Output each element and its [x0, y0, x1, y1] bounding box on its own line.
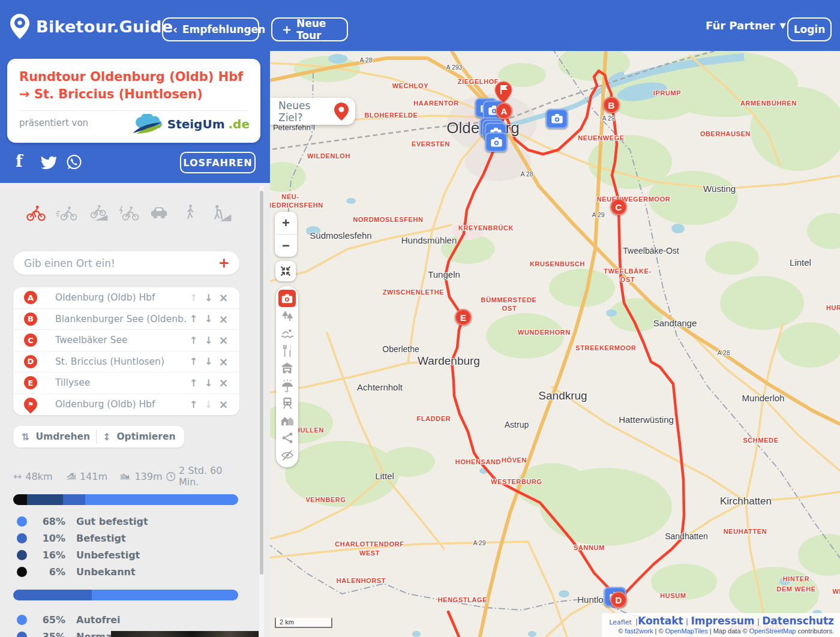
waypoint-label: Blankenburger See (Oldenb… — [55, 314, 186, 324]
hike-icon — [210, 204, 232, 222]
move-up-icon[interactable]: ↑ — [186, 399, 201, 410]
map-label-nordmoslesfehn: NORDMOSLESFEHN — [353, 216, 423, 223]
surface-bar — [13, 494, 238, 505]
map-label-ost: OST — [620, 276, 635, 283]
reverse-button[interactable]: Umdrehen — [35, 431, 90, 442]
bar-segment — [85, 494, 238, 505]
remove-waypoint-icon[interactable]: × — [216, 398, 231, 411]
poi-filter-restaurant[interactable] — [276, 342, 298, 359]
move-down-icon[interactable]: ↓ — [201, 377, 216, 389]
mode-fahrrad-active[interactable] — [24, 202, 48, 224]
map-label-h-ven: HÖVEN — [502, 456, 527, 464]
route-marker-D[interactable]: D — [610, 591, 627, 608]
descent-icon — [120, 472, 131, 480]
road-label: A 29 — [602, 115, 614, 122]
recommendations-button[interactable]: ‹ Empfehlungen — [162, 17, 259, 41]
map-canvas[interactable]: WECHLOYZIEGELHOFHAARENTORBLOHERFELDEEVER… — [270, 51, 840, 637]
attribution-link-datenschutz[interactable]: Datenschutz — [762, 615, 834, 627]
duration-value: 2 Std. 60 Min. — [179, 465, 239, 488]
map-label-dem-wehe: DEM WEHE — [776, 585, 815, 593]
zoom-in-button[interactable]: + — [275, 212, 297, 234]
add-place-icon[interactable]: + — [218, 256, 230, 270]
photo-marker[interactable] — [546, 109, 568, 129]
map-label-fladder: FLADDER — [417, 415, 451, 422]
brand-logo[interactable]: Biketour.Guide — [10, 13, 173, 40]
map-label-neuenwegermoor: NEUENWEGERMOOR — [597, 196, 671, 203]
waypoint-row: CTweelbäker See↑↓× — [13, 330, 239, 351]
poi-filter-umbrella[interactable] — [276, 377, 298, 394]
sidebar-scrollbar-thumb[interactable] — [260, 191, 263, 575]
mode-wandern[interactable] — [209, 202, 233, 224]
map-label-achternholt: Achternholt — [357, 382, 403, 392]
move-down-icon[interactable]: ↓ — [201, 356, 216, 367]
leaflet-link[interactable]: Leaflet — [609, 618, 631, 626]
poi-filter-train[interactable] — [276, 394, 298, 411]
sponsor-logo[interactable]: SteigUm.de — [130, 114, 250, 134]
start-tour-button[interactable]: LOSFAHREN — [180, 152, 256, 173]
start-flag-marker[interactable] — [494, 81, 512, 106]
mode-zu-fuss[interactable] — [178, 202, 202, 224]
map-attribution: Leaflet |Kontakt | Impressum | Datenschu… — [602, 613, 840, 637]
poi-filter-hide[interactable] — [276, 446, 298, 464]
map-label-littel: Littel — [375, 471, 394, 481]
poi-filter-camera[interactable] — [278, 290, 296, 307]
mode-rennrad[interactable] — [55, 202, 79, 224]
legend-row: 68%Gut befestigt — [17, 513, 245, 530]
mode-auto[interactable] — [147, 202, 171, 224]
fit-bounds-button[interactable] — [275, 261, 296, 281]
map-label-sannum: SANNUM — [574, 544, 605, 551]
remove-waypoint-icon[interactable]: × — [216, 376, 231, 389]
attribution-link-impressum[interactable]: Impressum — [691, 615, 754, 627]
map-label-west: WEST — [359, 549, 380, 557]
poi-filter-kiosk[interactable] — [276, 359, 298, 377]
route-marker-B[interactable]: B — [603, 97, 620, 113]
login-button[interactable]: Login — [787, 17, 832, 41]
waypoint-badge: D — [24, 355, 37, 368]
map-label-tweelb-ke-ost: Tweelbäke-Ost — [623, 246, 679, 256]
remove-waypoint-icon[interactable]: × — [216, 291, 231, 304]
zoom-out-button[interactable]: − — [275, 235, 297, 257]
partner-menu[interactable]: Für Partner ▼ — [706, 0, 786, 51]
whatsapp-icon[interactable] — [66, 154, 82, 170]
move-down-icon[interactable]: ↓ — [201, 335, 216, 346]
map-label-wechloy: WECHLOY — [392, 82, 428, 89]
route-marker-E[interactable]: E — [455, 309, 472, 326]
map-label-wardenburg: Wardenburg — [418, 354, 480, 368]
waypoint-label: Oldenburg (Oldb) Hbf — [55, 292, 186, 303]
map-label-tweelb-ke-: TWEELBÄKE- — [604, 268, 651, 275]
new-destination-tooltip[interactable]: Neues Ziel? — [270, 98, 355, 125]
move-down-icon[interactable]: ↓ — [201, 313, 216, 324]
poi-filter-network[interactable] — [276, 429, 298, 446]
credit-link[interactable]: OpenMapTiles — [665, 627, 708, 635]
move-up-icon[interactable]: ↑ — [186, 356, 201, 367]
mode-mountainbike[interactable] — [86, 202, 110, 224]
bar-segment — [13, 494, 27, 505]
attribution-link-kontakt[interactable]: Kontakt — [638, 615, 683, 627]
mode-e-bike[interactable] — [116, 202, 140, 224]
legend-percent: 6% — [37, 566, 65, 578]
remove-waypoint-icon[interactable]: × — [216, 313, 231, 326]
route-marker-C[interactable]: C — [610, 199, 627, 215]
legend-row: 10%Befestigt — [17, 530, 245, 546]
move-down-icon[interactable]: ↓ — [201, 292, 216, 304]
place-input[interactable] — [23, 257, 218, 270]
map-label-krusenbusch: KRUSENBUSCH — [530, 260, 585, 268]
move-up-icon[interactable]: ↑ — [186, 377, 201, 389]
move-up-icon[interactable]: ↑ — [186, 335, 201, 346]
remove-waypoint-icon[interactable]: × — [216, 355, 231, 368]
credit-link[interactable]: OpenStreetMap — [749, 627, 796, 635]
twitter-icon[interactable] — [40, 155, 56, 169]
car-icon — [148, 205, 170, 221]
waypoint-row: ⚑Oldenburg (Oldb) Hbf↑↓× — [13, 394, 239, 416]
facebook-icon[interactable]: f — [16, 152, 23, 170]
photo-thumbnail[interactable] — [111, 631, 259, 637]
move-up-icon[interactable]: ↑ — [186, 313, 201, 324]
remove-waypoint-icon[interactable]: × — [216, 333, 231, 347]
credit-link[interactable]: fast2work — [625, 627, 653, 635]
poi-filter-swimming[interactable] — [276, 324, 298, 342]
poi-filter-houses[interactable] — [276, 411, 298, 429]
poi-filter-forest[interactable] — [276, 307, 298, 324]
new-tour-button[interactable]: + Neue Tour — [271, 17, 348, 41]
optimize-button[interactable]: Optimieren — [116, 431, 175, 442]
photo-marker[interactable] — [485, 133, 508, 152]
